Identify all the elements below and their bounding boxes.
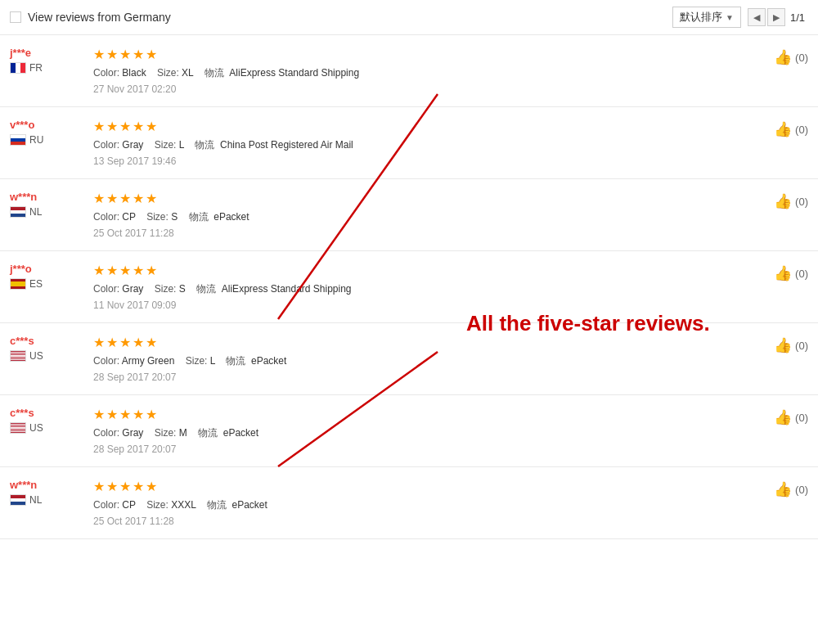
review-content: ★★★★★ Color: Black Size: XL 物流 AliExpres…: [83, 47, 761, 95]
thumbs-up-icon: 👍: [774, 192, 792, 210]
star-icon: ★: [93, 119, 105, 134]
star-icon: ★: [93, 479, 105, 494]
shipping-label: 物流: [198, 427, 218, 439]
star-icon: ★: [106, 191, 118, 206]
like-button[interactable]: 👍 (0): [774, 263, 808, 282]
reviewer-name: c***s: [10, 335, 83, 347]
review-details: Color: CP Size: XXXL 物流 ePacket: [93, 498, 761, 512]
review-item: c***s US ★★★★★ Color: Gray Size: M 物流 eP…: [0, 395, 818, 467]
size-value: XL: [182, 67, 193, 79]
reviewer-info: v***o RU: [10, 119, 83, 146]
reviewer-country: NL: [10, 206, 83, 218]
star-icon: ★: [133, 47, 144, 62]
review-item: c***s US ★★★★★ Color: Army Green Size: L…: [0, 323, 818, 395]
header-title: View reviews from Germany: [28, 11, 171, 24]
color-label: Color:: [93, 139, 119, 151]
star-icon: ★: [119, 191, 131, 206]
color-label: Color:: [93, 499, 119, 511]
size-label: Size:: [157, 67, 179, 79]
star-icon: ★: [119, 407, 131, 422]
star-icon: ★: [146, 119, 157, 134]
reviewer-name: j***o: [10, 263, 83, 275]
dropdown-caret-icon: ▼: [726, 13, 734, 22]
review-item: w***n NL ★★★★★ Color: CP Size: S 物流 ePac…: [0, 179, 818, 251]
reviewer-info: j***o ES: [10, 263, 83, 290]
size-label: Size:: [186, 355, 208, 367]
shipping-label: 物流: [195, 139, 214, 151]
like-count: (0): [795, 52, 808, 64]
like-count: (0): [795, 340, 808, 352]
review-list: j***e FR ★★★★★ Color: Black Size: XL 物流 …: [0, 35, 818, 539]
like-button[interactable]: 👍 (0): [774, 407, 808, 426]
review-date: 27 Nov 2017 02:20: [93, 83, 761, 95]
like-button[interactable]: 👍 (0): [774, 479, 808, 498]
thumbs-up-icon: 👍: [774, 336, 792, 354]
filter-checkbox[interactable]: [10, 11, 21, 23]
star-rating: ★★★★★: [93, 119, 761, 134]
reviewer-info: w***n NL: [10, 191, 83, 218]
like-button[interactable]: 👍 (0): [774, 119, 808, 138]
shipping-value: ePacket: [211, 211, 249, 223]
star-icon: ★: [146, 47, 157, 62]
review-date: 25 Oct 2017 11:28: [93, 516, 761, 527]
review-item: j***o ES ★★★★★ Color: Gray Size: S 物流 Al…: [0, 251, 818, 323]
country-flag-icon: [10, 206, 26, 218]
reviewer-name: j***e: [10, 47, 83, 59]
size-value: L: [179, 139, 184, 151]
color-label: Color:: [93, 67, 119, 79]
like-button[interactable]: 👍 (0): [774, 191, 808, 210]
review-content: ★★★★★ Color: CP Size: XXXL 物流 ePacket 25…: [83, 479, 761, 527]
shipping-label: 物流: [196, 283, 216, 295]
size-value: S: [179, 283, 186, 295]
header-right: 默认排序 ▼ ◀ ▶ 1/1: [672, 7, 808, 28]
color-value: CP: [122, 211, 135, 223]
like-button[interactable]: 👍 (0): [774, 47, 808, 66]
star-icon: ★: [119, 263, 131, 278]
reviewer-country: FR: [10, 62, 83, 74]
reviewer-name: w***n: [10, 191, 83, 203]
sort-dropdown[interactable]: 默认排序 ▼: [672, 7, 741, 28]
review-content: ★★★★★ Color: Gray Size: L 物流 China Post …: [83, 119, 761, 167]
star-icon: ★: [146, 479, 157, 494]
star-icon: ★: [93, 191, 105, 206]
color-value: CP: [122, 499, 135, 511]
star-icon: ★: [106, 47, 118, 62]
size-label: Size:: [155, 283, 177, 295]
star-icon: ★: [106, 335, 118, 350]
shipping-value: AliExpress Standard Shipping: [218, 283, 351, 295]
country-code: NL: [29, 494, 42, 506]
star-icon: ★: [146, 335, 157, 350]
like-count: (0): [795, 412, 808, 424]
next-page-button[interactable]: ▶: [767, 8, 785, 26]
review-content: ★★★★★ Color: CP Size: S 物流 ePacket 25 Oc…: [83, 191, 761, 239]
star-icon: ★: [133, 119, 144, 134]
country-code: US: [29, 350, 43, 362]
color-label: Color:: [93, 211, 119, 223]
pagination: ◀ ▶ 1/1: [748, 8, 808, 26]
star-icon: ★: [133, 191, 144, 206]
like-count: (0): [795, 196, 808, 208]
review-details: Color: Army Green Size: L 物流 ePacket: [93, 354, 761, 368]
review-details: Color: Gray Size: M 物流 ePacket: [93, 426, 761, 440]
shipping-value: ePacket: [249, 355, 287, 367]
like-button[interactable]: 👍 (0): [774, 335, 808, 354]
review-details: Color: Gray Size: S 物流 AliExpress Standa…: [93, 282, 761, 296]
country-code: NL: [29, 206, 42, 218]
country-flag-icon: [10, 422, 26, 434]
size-label: Size:: [155, 139, 177, 151]
star-icon: ★: [133, 263, 144, 278]
review-details: Color: Black Size: XL 物流 AliExpress Stan…: [93, 66, 761, 80]
country-flag-icon: [10, 278, 26, 290]
shipping-label: 物流: [226, 355, 245, 367]
country-code: ES: [29, 278, 43, 290]
reviewer-name: w***n: [10, 479, 83, 491]
review-date: 25 Oct 2017 11:28: [93, 227, 761, 239]
review-details: Color: Gray Size: L 物流 China Post Regist…: [93, 138, 761, 152]
review-date: 28 Sep 2017 20:07: [93, 372, 761, 383]
country-code: FR: [29, 62, 43, 74]
color-label: Color:: [93, 355, 119, 367]
color-label: Color:: [93, 427, 119, 439]
country-code: RU: [29, 134, 43, 146]
prev-page-button[interactable]: ◀: [748, 8, 766, 26]
star-icon: ★: [93, 407, 105, 422]
